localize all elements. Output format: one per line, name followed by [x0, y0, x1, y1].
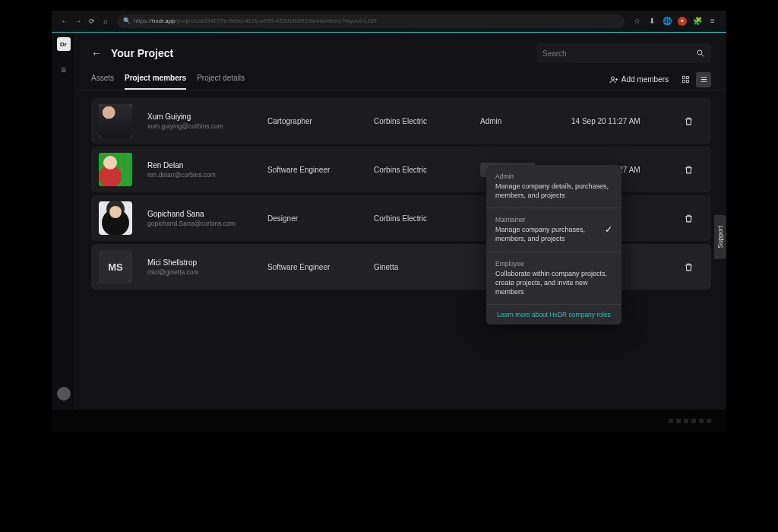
member-job: Designer — [267, 214, 374, 223]
learn-more-link[interactable]: Learn more about HxDR company roles — [486, 304, 621, 325]
menu-icon[interactable]: ≡ — [708, 17, 717, 26]
role-option-desc: Manage company details, purchases, membe… — [495, 182, 612, 200]
browser-forward-icon[interactable]: → — [74, 17, 82, 25]
role-option-title: Admin — [495, 173, 612, 180]
avatar — [99, 201, 132, 235]
puzzle-icon[interactable]: 🧩 — [693, 17, 702, 26]
delete-button[interactable] — [684, 214, 694, 223]
support-tab[interactable]: Support — [714, 215, 726, 259]
browser-home-icon[interactable]: ⌂ — [102, 17, 109, 25]
members-table: Xum Guiying xum.guiying@corbins.com Cart… — [76, 90, 726, 305]
member-company: Ginetta — [374, 263, 480, 271]
list-view-button[interactable] — [696, 72, 711, 87]
member-company: Corbins Electric — [374, 214, 480, 223]
delete-button[interactable] — [684, 165, 694, 175]
check-icon: ✓ — [605, 224, 612, 235]
role-option-employee[interactable]: Employee Collaborate within company proj… — [486, 252, 621, 304]
member-name: Mici Shellstrop — [147, 258, 267, 267]
delete-button[interactable] — [684, 262, 694, 272]
member-email: xum.guiying@corbins.com — [147, 122, 267, 130]
grid-view-button[interactable] — [678, 72, 693, 87]
role-option-maintainer[interactable]: Maintainer Manage company purchases, mem… — [486, 207, 621, 251]
member-name: Xum Guiying — [147, 112, 267, 121]
browser-back-icon[interactable]: ← — [61, 17, 68, 25]
member-role: Admin — [480, 117, 571, 125]
browser-reload-icon[interactable]: ⟳ — [88, 17, 96, 25]
add-user-icon — [609, 75, 618, 84]
svg-rect-6 — [686, 76, 688, 78]
svg-point-2 — [611, 77, 614, 80]
role-option-admin[interactable]: Admin Manage company details, purchases,… — [486, 165, 621, 207]
url-bar[interactable]: 🔍 https://hxdr.app/projects/a334277e-5e9… — [117, 14, 625, 28]
avatar — [99, 153, 132, 186]
member-date: 14 Sep 20 11:27 AM — [571, 117, 678, 125]
avatar — [99, 104, 132, 138]
left-rail: Dr ≡ — [52, 33, 76, 410]
tab-project-members[interactable]: Project members — [125, 69, 186, 90]
page-title: Your Project — [111, 47, 527, 59]
delete-button[interactable] — [684, 116, 694, 126]
trash-icon — [684, 165, 694, 175]
search-placeholder: Search — [542, 49, 567, 58]
search-input[interactable]: Search — [536, 43, 711, 63]
member-email: mici@ginetta.com — [147, 268, 267, 276]
user-avatar-rail[interactable] — [57, 387, 71, 401]
list-icon — [700, 75, 708, 84]
search-icon — [696, 49, 705, 58]
extension-globe-icon[interactable]: 🌐 — [663, 17, 672, 26]
svg-line-1 — [702, 55, 704, 57]
member-job: Software Engineer — [267, 263, 374, 271]
trash-icon — [684, 116, 694, 126]
member-name: Gopichand Sana — [147, 210, 267, 218]
grid-icon — [682, 75, 690, 84]
browser-chrome: ← → ⟳ ⌂ 🔍 https://hxdr.app/projects/a334… — [52, 11, 726, 32]
role-option-desc: Manage company purchases, members, and p… — [495, 225, 599, 243]
role-option-title: Employee — [495, 260, 612, 268]
trash-icon — [684, 214, 694, 223]
download-icon[interactable]: ⬇ — [647, 17, 656, 26]
avatar: MS — [99, 250, 132, 283]
member-email: gopichand.Sana@corbins.com — [147, 220, 267, 227]
extension-adblock-icon[interactable]: ✦ — [678, 17, 687, 26]
member-email: ren.delan@corbins.com — [147, 171, 267, 179]
tab-assets[interactable]: Assets — [91, 69, 114, 90]
member-name: Ren Delan — [147, 161, 267, 169]
tab-project-details[interactable]: Project details — [197, 69, 245, 90]
add-members-label: Add members — [621, 75, 669, 84]
member-job: Software Engineer — [267, 166, 374, 174]
app-logo[interactable]: Dr — [57, 37, 71, 51]
bookmark-icon[interactable]: ☆ — [632, 17, 641, 26]
svg-rect-7 — [682, 80, 685, 82]
back-arrow-icon[interactable]: ← — [91, 47, 102, 59]
table-row[interactable]: Xum Guiying xum.guiying@corbins.com Cart… — [91, 98, 711, 144]
screen: ← → ⟳ ⌂ 🔍 https://hxdr.app/projects/a334… — [52, 11, 726, 410]
svg-point-0 — [697, 50, 702, 55]
member-job: Cartographer — [267, 117, 374, 125]
hamburger-icon[interactable]: ≡ — [61, 65, 66, 75]
url-prefix: https:// — [134, 17, 152, 24]
url-host: hxdr.app — [152, 17, 176, 24]
search-icon: 🔍 — [123, 17, 131, 24]
monitor-frame: ← → ⟳ ⌂ 🔍 https://hxdr.app/projects/a334… — [47, 6, 731, 437]
add-members-button[interactable]: Add members — [609, 75, 669, 84]
role-option-desc: Collaborate within company projects, cre… — [495, 269, 612, 296]
monitor-bezel — [52, 410, 726, 432]
role-option-title: Maintainer — [495, 216, 599, 223]
member-company: Corbins Electric — [374, 117, 480, 125]
role-dropdown-panel: Admin Manage company details, purchases,… — [486, 165, 621, 325]
svg-rect-5 — [682, 76, 685, 78]
url-path: /projects/a334277e-5e9d-412e-a765-433d1f… — [176, 17, 378, 24]
member-company: Corbins Electric — [374, 166, 480, 174]
trash-icon — [684, 262, 694, 272]
svg-rect-8 — [686, 80, 688, 82]
